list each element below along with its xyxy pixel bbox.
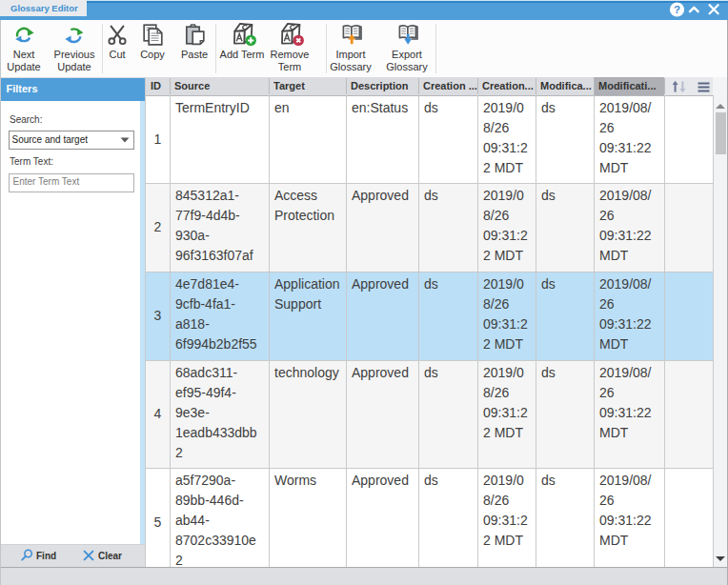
svg-text:?: ? bbox=[674, 4, 680, 15]
